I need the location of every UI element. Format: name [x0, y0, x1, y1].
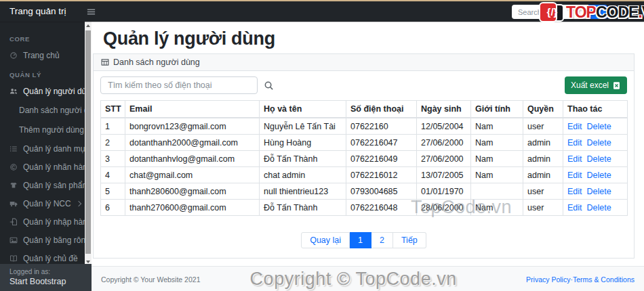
sidebar-section-label: CORE	[0, 35, 85, 43]
edit-link[interactable]: Edit	[567, 203, 582, 212]
sidebar-item-label: Quản lý sản phẩm	[23, 181, 89, 190]
scrollbar-up-button[interactable]	[85, 22, 92, 30]
actions-cell: EditDelete	[563, 151, 628, 167]
sidebar-item[interactable]: Quản lý NCC	[0, 194, 85, 212]
sidebar-item-label: Quản lý danh mục	[23, 144, 89, 154]
excel-file-icon	[612, 81, 621, 90]
table-cell: 07622160	[346, 118, 417, 135]
main-content: Quản lý người dùng Danh sách người dùng …	[92, 22, 644, 266]
user-table: STTEmailHọ và tênSố điện thoạiNgày sinhG…	[100, 100, 628, 216]
sidebar-nav: CORETrang chủQUẢN LÝQuản lý người dùngDa…	[0, 22, 85, 264]
sidebar-subitem[interactable]: Thêm người dùng	[0, 120, 85, 139]
table-cell: 27/06/2000	[417, 151, 471, 167]
table-row: 5thanh280600@gmail.comnull thientrieu123…	[101, 183, 628, 200]
actions-cell: EditDelete	[563, 135, 628, 151]
card-header: Danh sách người dùng	[94, 54, 634, 71]
search-icon[interactable]	[264, 81, 274, 91]
sidebar-item[interactable]: Quản lý nhãn hàng	[0, 158, 85, 176]
table-row: 6thanh270600@gmail.comĐỗ Tấn Thành076221…	[101, 200, 628, 216]
pagination-next-button[interactable]: Tiếp	[393, 232, 426, 248]
pagination-prev-button[interactable]: Quay lại	[301, 232, 350, 248]
table-cell: Hùng Hoàng	[260, 135, 346, 151]
logged-in-user: Start Bootstrap	[9, 277, 92, 286]
edit-link[interactable]: Edit	[567, 138, 582, 148]
delete-link[interactable]: Delete	[587, 203, 611, 212]
topbar-search-button[interactable]	[588, 5, 607, 19]
sidebar-item[interactable]: Quản lý băng rôn	[0, 231, 85, 249]
card-body: Xuất excel STTEmailHọ và tênSố điện thoạ…	[94, 71, 634, 258]
table-cell: 4	[101, 167, 125, 183]
page-title: Quản lý người dùng	[103, 28, 644, 49]
sidebar-item-label: Trang chủ	[23, 51, 60, 60]
table-cell: 01/01/1970	[417, 183, 471, 200]
page-footer: Copyright © Your Website 2021 Copyright …	[92, 266, 644, 291]
table-toolbar: Xuất excel	[100, 76, 627, 94]
table-cell: 2	[101, 135, 125, 151]
sidebar-item[interactable]: Trang chủ	[0, 46, 85, 64]
delete-link[interactable]: Delete	[587, 171, 611, 180]
delete-link[interactable]: Delete	[587, 187, 611, 196]
table-cell: 0793004685	[346, 183, 417, 200]
table-cell: Nguyễn Lê Tấn Tài	[260, 118, 346, 135]
table-cell: user	[523, 118, 563, 135]
edit-link[interactable]: Edit	[567, 122, 582, 131]
table-cell: chat admin	[260, 167, 346, 183]
table-cell: Đỗ Tấn Thành	[260, 200, 346, 216]
footer-copyright: Copyright © Your Website 2021	[101, 275, 200, 284]
column-header: Email	[125, 101, 260, 118]
footer-links[interactable]: Privacy Policy·Terms & Conditions	[526, 275, 635, 284]
sidebar-section-label: QUẢN LÝ	[0, 71, 85, 79]
column-header: Thao tác	[563, 101, 628, 118]
pagination: Quay lại12Tiếp	[100, 232, 627, 248]
user-list-card: Danh sách người dùng Xuất excel	[93, 53, 635, 259]
table-cell: bongrovn123@gmail.com	[125, 118, 260, 135]
phone-search-input[interactable]	[100, 76, 258, 94]
sidebar-toggle-button[interactable]	[86, 7, 96, 20]
sidebar-item[interactable]: Quản lý nhập hàng	[0, 212, 85, 231]
copyright-icon	[9, 163, 18, 171]
caret-down-icon	[86, 261, 90, 263]
table-cell: admin	[523, 167, 563, 183]
topbar-search-input[interactable]	[512, 5, 588, 19]
table-cell: 27/06/2000	[417, 135, 471, 151]
table-cell: chat@gmail.com	[125, 167, 260, 183]
table-cell	[471, 183, 523, 200]
actions-cell: EditDelete	[563, 183, 628, 200]
content-scrollbar[interactable]	[85, 22, 92, 266]
sidebar-item-label: Quản lý nhãn hàng	[23, 162, 92, 172]
delete-link[interactable]: Delete	[587, 138, 611, 148]
card-header-label: Danh sách người dùng	[113, 58, 200, 67]
table-cell: thanh270600@gmail.com	[125, 200, 260, 216]
edit-link[interactable]: Edit	[567, 171, 582, 180]
sidebar-item[interactable]: Quản lý sản phẩm	[0, 176, 85, 194]
actions-cell: EditDelete	[563, 200, 628, 216]
caret-up-icon	[86, 24, 90, 27]
column-header: Giới tính	[471, 101, 523, 118]
user-icon	[627, 6, 638, 17]
delete-link[interactable]: Delete	[587, 154, 611, 164]
scrollbar-thumb[interactable]	[85, 30, 91, 254]
export-excel-button[interactable]: Xuất excel	[565, 76, 627, 94]
table-cell: 12/05/2004	[417, 118, 471, 135]
pagination-page-2[interactable]: 2	[371, 232, 393, 248]
sidebar-item-label: Quản lý nhập hàng	[23, 217, 92, 227]
sidebar-item[interactable]: Quản lý người dùng	[0, 82, 85, 100]
gauge-icon	[9, 51, 18, 60]
edit-link[interactable]: Edit	[567, 154, 582, 164]
table-cell: null thientrieu123	[260, 183, 346, 200]
user-menu-button[interactable]	[627, 6, 638, 20]
edit-link[interactable]: Edit	[567, 187, 582, 196]
sidebar-item-label: Quản lý chủ đề	[23, 254, 78, 263]
sidebar-item[interactable]: Quản lý danh mục	[0, 139, 85, 158]
topbar: Trang quản trị	[0, 1, 644, 22]
app-title: Trang quản trị	[9, 1, 66, 22]
sidebar-item-label: Quản lý NCC	[23, 199, 71, 208]
sidebar-subitem[interactable]: Danh sách người dùng	[0, 100, 85, 120]
table-row: 2dotanthanh2000@gmail.comHùng Hoàng07622…	[101, 135, 628, 151]
table-cell: Nam	[471, 151, 523, 167]
admin-page: Trang quản trị {/} TOPCODE.VN CORETrang …	[0, 0, 644, 291]
pagination-page-1[interactable]: 1	[350, 232, 371, 248]
delete-link[interactable]: Delete	[587, 122, 611, 131]
top-accent-line	[0, 0, 644, 1]
truck-icon	[9, 200, 18, 208]
